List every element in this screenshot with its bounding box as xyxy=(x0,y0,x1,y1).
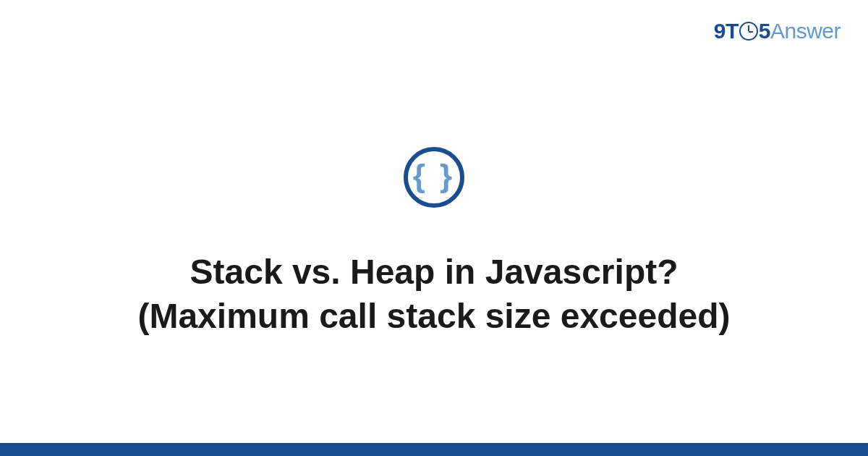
footer-bar xyxy=(0,443,868,456)
logo-text-9t: 9T xyxy=(714,19,739,43)
main-content: { } Stack vs. Heap in Javascript? (Maxim… xyxy=(0,0,868,456)
code-braces-icon: { } xyxy=(413,160,455,192)
clock-icon xyxy=(739,22,758,41)
page-title: Stack vs. Heap in Javascript? (Maximum c… xyxy=(109,250,760,339)
logo-text-answer: Answer xyxy=(770,19,841,43)
site-logo: 9T5Answer xyxy=(714,19,841,43)
topic-icon-circle: { } xyxy=(404,147,464,208)
logo-text-5: 5 xyxy=(759,19,770,43)
